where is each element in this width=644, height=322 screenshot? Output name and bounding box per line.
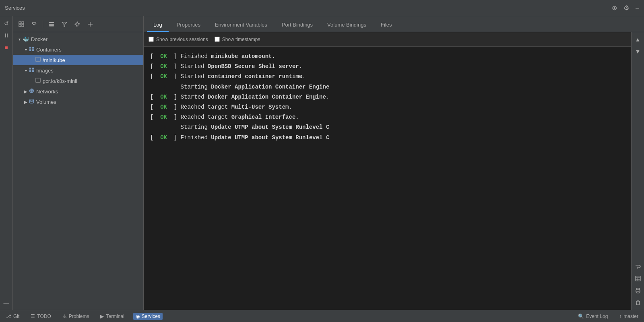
ok-3: OK bbox=[153, 73, 173, 80]
show-previous-sessions-label[interactable]: Show previous sessions bbox=[149, 37, 208, 42]
log-toolbar: Show previous sessions Show timestamps bbox=[144, 32, 631, 47]
log-output: [ OK ] Finished minikube automount. [ OK… bbox=[144, 47, 631, 310]
show-previous-sessions-checkbox[interactable] bbox=[149, 37, 154, 42]
ok-7: OK bbox=[153, 114, 173, 120]
log-line-9: [ OK ] Finished Update UTMP about System… bbox=[150, 133, 625, 143]
pin-btn[interactable] bbox=[72, 19, 83, 29]
stop-action-btn[interactable]: ■ bbox=[1, 42, 12, 53]
vcs-icon: ↑ bbox=[619, 314, 621, 319]
tab-environment-variables[interactable]: Environment Variables bbox=[208, 19, 274, 32]
services-label: Services bbox=[142, 314, 160, 319]
close-5: ] bbox=[174, 94, 177, 100]
tree-content: ▾ 🐳 Docker ▾ Containers bbox=[13, 32, 143, 310]
msg-3: Started bbox=[177, 73, 208, 80]
status-services[interactable]: ◉ Services bbox=[133, 313, 163, 320]
docker-icon: 🐳 bbox=[23, 36, 29, 42]
end-6: . bbox=[289, 104, 292, 110]
status-master[interactable]: ↑ master bbox=[617, 313, 641, 320]
tree-item-docker[interactable]: ▾ 🐳 Docker bbox=[13, 34, 143, 44]
end-2: . bbox=[299, 63, 302, 70]
svg-point-28 bbox=[30, 102, 34, 103]
chevron-docker: ▾ bbox=[16, 37, 23, 41]
svg-rect-6 bbox=[49, 24, 54, 25]
wrap-btn[interactable] bbox=[632, 261, 644, 272]
bold-6: Multi-User System bbox=[231, 104, 289, 110]
log-line-1: [ OK ] Finished minikube automount. bbox=[150, 52, 625, 62]
svg-rect-13 bbox=[29, 50, 31, 52]
status-event-log[interactable]: 🔍 Event Log bbox=[576, 313, 610, 320]
tab-log[interactable]: Log bbox=[147, 19, 169, 32]
svg-rect-35 bbox=[637, 291, 639, 293]
svg-rect-7 bbox=[49, 25, 54, 27]
filter-btn[interactable] bbox=[59, 19, 70, 29]
status-git[interactable]: ⎇ Git bbox=[3, 313, 22, 320]
status-terminal[interactable]: ▶ Terminal bbox=[98, 313, 126, 320]
pause-action-btn[interactable]: ⏸ bbox=[1, 30, 12, 41]
svg-rect-5 bbox=[49, 22, 54, 23]
services-icon: ◉ bbox=[136, 314, 140, 319]
chevron-volumes: ▶ bbox=[23, 100, 29, 104]
minimize-icon[interactable]: – bbox=[636, 4, 639, 12]
svg-rect-3 bbox=[22, 25, 24, 27]
scroll-down-btn[interactable]: ▼ bbox=[632, 46, 644, 57]
scroll-up-btn[interactable]: ▲ bbox=[632, 34, 644, 45]
end-1: . bbox=[272, 53, 275, 60]
svg-marker-8 bbox=[62, 22, 67, 27]
show-timestamps-label[interactable]: Show timestamps bbox=[215, 37, 260, 42]
bold-5: Docker Application Container Engine bbox=[208, 94, 326, 100]
collapse-all-btn[interactable] bbox=[29, 19, 39, 29]
main-layout: ↺ ⏸ ■ — bbox=[0, 16, 644, 310]
table-view-btn[interactable] bbox=[632, 273, 644, 284]
ok-6: OK bbox=[153, 104, 173, 110]
log-line-7: [ OK ] Reached target Graphical Interfac… bbox=[150, 112, 625, 122]
tree-item-images[interactable]: ▾ Images bbox=[13, 65, 143, 76]
log-line-6: [ OK ] Reached target Multi-User System. bbox=[150, 102, 625, 112]
svg-rect-2 bbox=[19, 25, 21, 27]
collapse-action-btn[interactable]: — bbox=[1, 297, 12, 308]
close-6: ] bbox=[174, 104, 177, 110]
tree-item-minikube[interactable]: /minikube bbox=[13, 55, 143, 65]
tree-item-networks[interactable]: ▶ Networks bbox=[13, 86, 143, 97]
images-grid-icon bbox=[29, 67, 34, 74]
status-todo[interactable]: ☰ TODO bbox=[28, 313, 53, 320]
gcr-label: gcr.io/k8s-minil bbox=[43, 78, 77, 84]
msg-8: Starting bbox=[150, 124, 211, 130]
svg-rect-11 bbox=[29, 47, 31, 49]
tab-properties[interactable]: Properties bbox=[170, 19, 207, 32]
networks-icon bbox=[29, 88, 34, 95]
status-bar-right: 🔍 Event Log ↑ master bbox=[576, 313, 641, 320]
chevron-networks: ▶ bbox=[23, 89, 29, 94]
svg-point-36 bbox=[639, 291, 640, 291]
tree-item-volumes[interactable]: ▶ Volumes bbox=[13, 97, 143, 107]
event-log-icon: 🔍 bbox=[578, 314, 584, 319]
svg-rect-16 bbox=[29, 68, 31, 70]
svg-rect-1 bbox=[22, 22, 24, 24]
title-bar: Services ⊕ ⚙ – bbox=[0, 0, 644, 16]
status-problems[interactable]: ⚠ Problems bbox=[60, 313, 92, 320]
tab-volume-bindings[interactable]: Volume Bindings bbox=[321, 19, 373, 32]
containers-grid-icon bbox=[29, 46, 34, 53]
sidebar: ▾ 🐳 Docker ▾ Containers bbox=[13, 16, 144, 310]
gear-icon[interactable]: ⚙ bbox=[623, 4, 629, 12]
tree-item-containers[interactable]: ▾ Containers bbox=[13, 44, 143, 55]
terminal-label: Terminal bbox=[106, 314, 124, 319]
close-3: ] bbox=[174, 73, 177, 80]
bold-2: OpenBSD Secure Shell server bbox=[208, 63, 299, 70]
chevron-images: ▾ bbox=[23, 68, 29, 73]
log-line-2: [ OK ] Started OpenBSD Secure Shell serv… bbox=[150, 62, 625, 72]
add-service-btn[interactable] bbox=[85, 19, 95, 29]
show-timestamps-checkbox[interactable] bbox=[215, 37, 220, 42]
tree-item-gcr[interactable]: gcr.io/k8s-minil bbox=[13, 76, 143, 86]
tab-port-bindings[interactable]: Port Bindings bbox=[275, 19, 319, 32]
msg-7: Reached target bbox=[177, 114, 231, 120]
globe-icon[interactable]: ⊕ bbox=[612, 4, 617, 12]
trash-btn[interactable] bbox=[632, 297, 644, 308]
tab-files[interactable]: Files bbox=[374, 19, 398, 32]
end-5: . bbox=[326, 94, 329, 100]
group-by-btn[interactable] bbox=[46, 19, 57, 29]
refresh-action-btn[interactable]: ↺ bbox=[1, 18, 12, 29]
expand-all-btn[interactable] bbox=[16, 19, 27, 29]
app-title: Services bbox=[5, 5, 25, 11]
print-btn[interactable] bbox=[632, 285, 644, 296]
close-1: ] bbox=[174, 53, 177, 60]
